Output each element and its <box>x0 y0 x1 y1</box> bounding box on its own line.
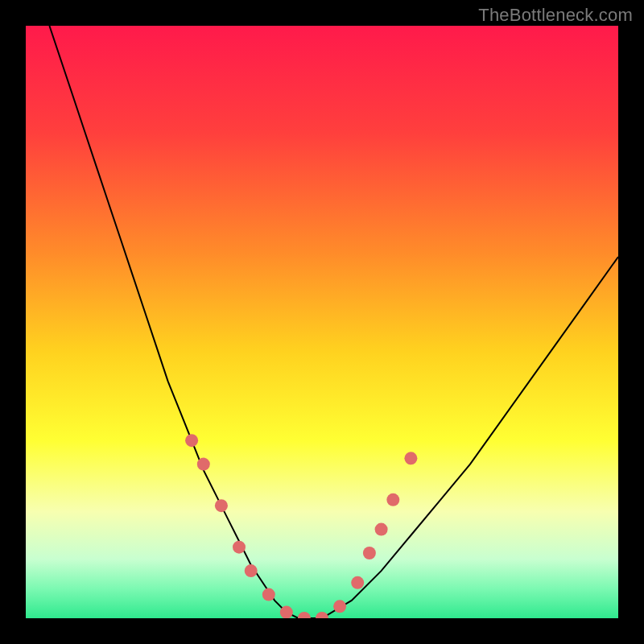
plot-area <box>26 26 618 618</box>
curve-marker <box>375 523 388 536</box>
curve-marker <box>215 499 228 512</box>
curve-marker <box>262 588 275 601</box>
curve-marker <box>280 606 293 618</box>
curve-marker <box>404 452 417 464</box>
watermark-label: TheBottleneck.com <box>478 5 633 26</box>
bottleneck-curve <box>49 26 618 618</box>
curve-marker <box>386 493 399 506</box>
curve-marker <box>333 600 346 613</box>
curve-layer <box>26 26 618 618</box>
curve-marker <box>351 576 364 589</box>
curve-marker <box>185 434 198 447</box>
chart-stage: TheBottleneck.com <box>0 0 644 644</box>
curve-marker <box>197 458 210 471</box>
curve-marker <box>245 564 258 577</box>
curve-marker <box>233 541 246 554</box>
curve-marker <box>363 547 376 559</box>
curve-marker <box>316 612 328 618</box>
curve-markers <box>185 434 417 618</box>
curve-marker <box>298 612 311 618</box>
